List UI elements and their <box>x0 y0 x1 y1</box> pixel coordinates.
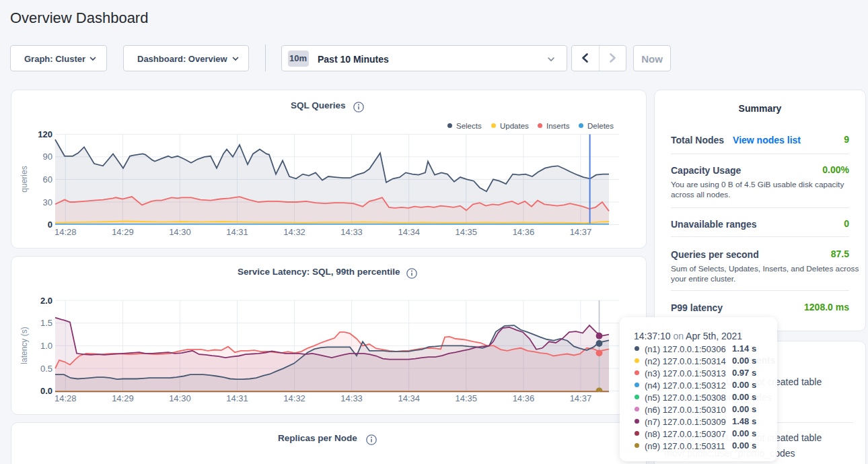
svg-text:14:28: 14:28 <box>55 227 77 237</box>
svg-text:14:37: 14:37 <box>570 227 592 237</box>
svg-text:14:36: 14:36 <box>513 393 535 403</box>
svg-text:90: 90 <box>43 152 52 162</box>
svg-text:14:32: 14:32 <box>283 227 305 237</box>
svg-text:14:31: 14:31 <box>226 393 248 403</box>
svg-text:14:29: 14:29 <box>112 393 134 403</box>
svg-text:14:35: 14:35 <box>456 227 478 237</box>
svg-text:14:32: 14:32 <box>283 393 305 403</box>
svg-text:0.5: 0.5 <box>40 364 52 374</box>
svg-text:14:36: 14:36 <box>513 227 535 237</box>
svg-text:14:30: 14:30 <box>169 227 191 237</box>
svg-text:0: 0 <box>48 220 52 230</box>
svg-text:latency (s): latency (s) <box>20 327 29 364</box>
svg-text:14:33: 14:33 <box>340 227 363 237</box>
svg-text:1.5: 1.5 <box>40 318 52 328</box>
svg-text:14:35: 14:35 <box>456 393 478 403</box>
svg-text:14:31: 14:31 <box>226 227 248 237</box>
svg-text:30: 30 <box>43 197 52 207</box>
svg-text:queries: queries <box>20 166 29 192</box>
svg-text:14:28: 14:28 <box>55 393 77 403</box>
svg-text:14:34: 14:34 <box>398 227 420 237</box>
svg-text:14:33: 14:33 <box>340 393 363 403</box>
svg-text:1.0: 1.0 <box>40 341 52 351</box>
svg-text:14:34: 14:34 <box>398 393 420 403</box>
svg-text:60: 60 <box>43 174 52 185</box>
svg-text:0.0: 0.0 <box>40 386 52 396</box>
svg-text:14:30: 14:30 <box>169 393 191 403</box>
svg-text:14:37: 14:37 <box>570 393 592 403</box>
svg-text:14:29: 14:29 <box>112 227 134 237</box>
svg-text:2.0: 2.0 <box>40 296 52 306</box>
svg-text:120: 120 <box>38 129 52 139</box>
